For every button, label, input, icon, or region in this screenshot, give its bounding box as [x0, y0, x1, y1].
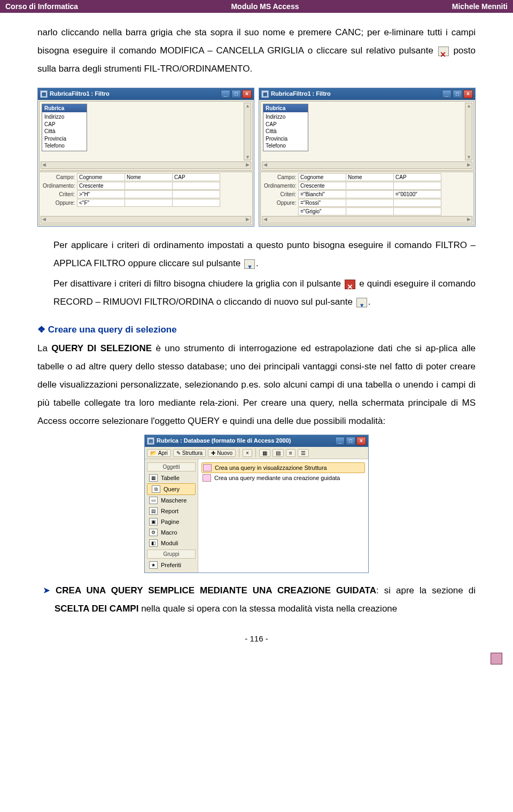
grid-cell[interactable]: [393, 182, 441, 190]
new-button[interactable]: ✚Nuovo: [208, 449, 236, 457]
grid-cell[interactable]: Crescente: [298, 182, 346, 190]
grid-cell[interactable]: ="00100": [393, 190, 441, 198]
footer-logo-icon: [491, 653, 502, 664]
grid-cell[interactable]: >"H": [77, 190, 125, 198]
criteria-grid: Campo: Cognome Nome CAP Ordinamento: Cre…: [39, 172, 253, 225]
db-titlebar: ▤Rubrica : Database (formato file di Acc…: [145, 435, 368, 447]
grid-cell[interactable]: [346, 182, 394, 190]
grid-cell[interactable]: [172, 199, 220, 207]
view-details-button[interactable]: ☰: [298, 449, 309, 457]
page-header: Corso di Informatica Modulo MS Access Mi…: [0, 0, 513, 13]
apply-filter-icon: [244, 259, 255, 269]
design-button[interactable]: ✎Struttura: [173, 449, 206, 457]
maximize-button[interactable]: □: [346, 437, 355, 445]
grid-cell[interactable]: ="Bianchi": [298, 190, 346, 198]
sidebar-item-modules[interactable]: ◧Moduli: [145, 538, 198, 548]
window-title: RubricaFiltro1 : Filtro: [271, 90, 331, 97]
field-item[interactable]: CAP: [266, 121, 306, 128]
grid-cell[interactable]: <"F": [77, 199, 125, 207]
scrollbar-horizontal[interactable]: [262, 161, 472, 169]
sidebar-item-favorites[interactable]: ★Preferiti: [145, 560, 198, 570]
grid-cell[interactable]: [346, 207, 394, 215]
grid-cell[interactable]: Cognome: [298, 173, 346, 181]
grid-cell[interactable]: [125, 199, 173, 207]
delete-button[interactable]: ×: [243, 449, 252, 457]
grid-cell[interactable]: CAP: [172, 173, 220, 181]
view-small-icons-button[interactable]: ▤: [273, 449, 284, 457]
titlebar: ▦RubricaFiltro1 : Filtro _ □ ×: [38, 88, 254, 100]
favorites-icon: ★: [149, 561, 158, 569]
view-list-button[interactable]: ≡: [286, 449, 296, 457]
window-title: RubricaFiltro1 : Filtro: [50, 90, 110, 97]
grid-cell[interactable]: [393, 207, 441, 215]
field-item[interactable]: Città: [266, 128, 306, 135]
tables-icon: ▦: [149, 474, 158, 482]
grid-cell[interactable]: [346, 199, 394, 207]
titlebar: ▦RubricaFiltro1 : Filtro _ □ ×: [259, 88, 475, 100]
grid-cell[interactable]: Crescente: [77, 182, 125, 190]
field-item[interactable]: Telefono: [44, 142, 84, 150]
grid-cell[interactable]: [393, 199, 441, 207]
reports-icon: ▤: [149, 507, 158, 515]
sidebar-item-forms[interactable]: ▭Maschere: [145, 495, 198, 506]
tables-pane: Rubrica Indirizzo CAP Città Provincia Te…: [260, 101, 474, 171]
grid-cell[interactable]: Nome: [346, 173, 394, 181]
page-number: - 116 -: [37, 634, 476, 643]
sidebar-item-reports[interactable]: ▤Report: [145, 506, 198, 516]
close-button[interactable]: ×: [356, 437, 366, 445]
db-sidebar: Oggetti ▦Tabelle ⧉Query ▭Maschere ▤Repor…: [145, 459, 198, 573]
field-item[interactable]: CAP: [44, 121, 84, 128]
forms-icon: ▭: [149, 497, 158, 504]
maximize-button[interactable]: □: [231, 90, 241, 98]
grid-cell[interactable]: [125, 182, 173, 190]
field-item[interactable]: Telefono: [266, 142, 306, 150]
table-box-rubrica[interactable]: Rubrica Indirizzo CAP Città Provincia Te…: [263, 104, 308, 151]
separator: [239, 448, 239, 457]
scrollbar-horizontal[interactable]: [41, 161, 251, 169]
query-icon: ⧉: [152, 485, 160, 493]
wizard-icon: [203, 474, 211, 482]
paragraph-3: Per disattivare i criteri di filtro biso…: [37, 275, 476, 311]
field-item[interactable]: Città: [44, 128, 84, 135]
sidebar-item-pages[interactable]: ▣Pagine: [145, 516, 198, 527]
wizard-icon: [203, 464, 212, 471]
grid-cell[interactable]: [172, 182, 220, 190]
sidebar-item-query[interactable]: ⧉Query: [147, 483, 196, 495]
grid-cell[interactable]: ="Grigio": [298, 207, 346, 215]
grid-cell[interactable]: [172, 190, 220, 198]
field-item[interactable]: Provincia: [44, 135, 84, 143]
list-item-create-design[interactable]: Crea una query in visualizzazione Strutt…: [201, 462, 365, 473]
grid-cell[interactable]: [346, 190, 394, 198]
grid-cell[interactable]: ="Rossi": [298, 199, 346, 207]
scrollbar-vertical[interactable]: [465, 103, 472, 160]
modules-icon: ◧: [149, 539, 158, 547]
grid-cell[interactable]: CAP: [393, 173, 441, 181]
list-item-create-wizard[interactable]: Crea una query mediante una creazione gu…: [201, 473, 365, 483]
database-window: ▤Rubrica : Database (formato file di Acc…: [144, 435, 369, 573]
open-button[interactable]: 📂Apri: [147, 449, 171, 457]
table-box-rubrica[interactable]: Rubrica Indirizzo CAP Città Provincia Te…: [42, 104, 87, 151]
pages-icon: ▣: [149, 518, 158, 525]
field-item[interactable]: Indirizzo: [44, 113, 84, 121]
grid-cell[interactable]: Nome: [125, 173, 173, 181]
close-button[interactable]: ×: [463, 90, 473, 98]
view-large-icons-button[interactable]: ▦: [259, 449, 270, 457]
scrollbar-vertical[interactable]: [244, 103, 251, 160]
field-item[interactable]: Indirizzo: [266, 113, 306, 121]
minimize-button[interactable]: _: [335, 437, 345, 445]
bullet-item: CREA UNA QUERY SEMPLICE MEDIANTE UNA CRE…: [37, 582, 476, 618]
scrollbar-horizontal[interactable]: [41, 216, 251, 223]
maximize-button[interactable]: □: [453, 90, 462, 98]
minimize-button[interactable]: _: [221, 90, 230, 98]
new-icon: ✚: [211, 450, 215, 456]
field-item[interactable]: Provincia: [266, 135, 306, 143]
sidebar-item-macro[interactable]: ⚙Macro: [145, 527, 198, 538]
close-button[interactable]: ×: [242, 90, 252, 98]
paragraph-1: narlo cliccando nella barra grigia che s…: [37, 24, 476, 78]
scrollbar-horizontal[interactable]: [262, 216, 472, 223]
sidebar-item-tables[interactable]: ▦Tabelle: [145, 473, 198, 483]
minimize-button[interactable]: _: [442, 90, 452, 98]
delete-grid-icon: [438, 47, 449, 56]
grid-cell[interactable]: Cognome: [77, 173, 125, 181]
grid-cell[interactable]: [125, 190, 173, 198]
